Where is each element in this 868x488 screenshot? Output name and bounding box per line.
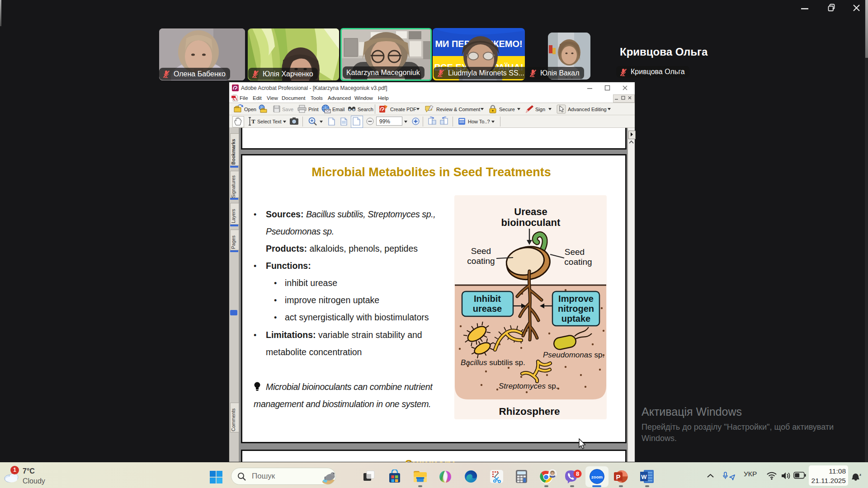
svg-text:uptake: uptake <box>561 314 590 324</box>
svg-text:urease: urease <box>473 304 502 314</box>
svg-text:Streptomyces sp.: Streptomyces sp. <box>499 382 558 390</box>
svg-text:Rhizosphere: Rhizosphere <box>499 406 560 417</box>
svg-text:bioinoculant: bioinoculant <box>501 217 561 228</box>
svg-text:Pseudomonas sp.: Pseudomonas sp. <box>543 351 604 359</box>
svg-text:Seed: Seed <box>565 247 585 257</box>
svg-text:T: T <box>251 118 255 125</box>
svg-text:8: 8 <box>576 470 579 477</box>
svg-text:coating: coating <box>564 257 592 267</box>
svg-text:Urease: Urease <box>514 206 547 217</box>
svg-text:W: W <box>641 474 647 480</box>
svg-text:Inhibit: Inhibit <box>474 294 501 304</box>
svg-text:zoom: zoom <box>591 474 603 479</box>
svg-text:z: z <box>859 473 861 477</box>
svg-text:nitrogen: nitrogen <box>558 304 594 314</box>
svg-text:P: P <box>616 473 620 481</box>
svg-text:coating: coating <box>467 256 495 266</box>
svg-text:Seed: Seed <box>471 246 491 256</box>
svg-text:Improve: Improve <box>558 294 594 304</box>
svg-text:Bacillus subtilis sp.: Bacillus subtilis sp. <box>461 358 525 367</box>
